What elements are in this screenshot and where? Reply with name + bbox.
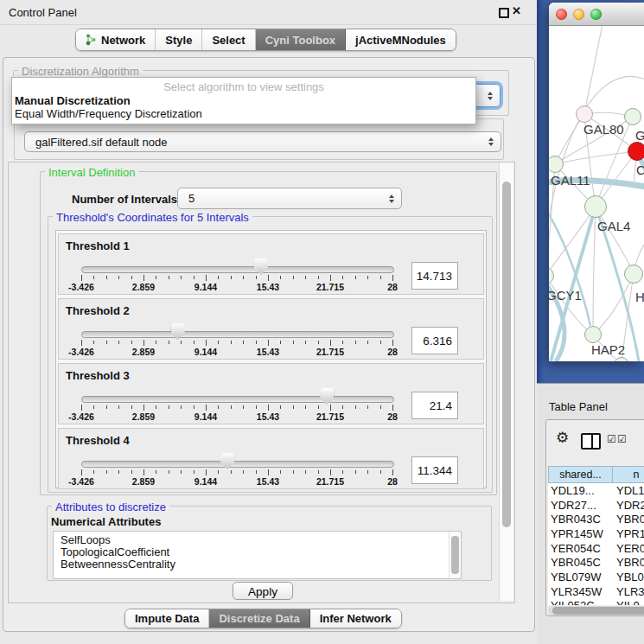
dropdown-item-manual-discretization[interactable]: Manual Discretization — [12, 94, 475, 107]
table-header-row: shared...n — [548, 466, 644, 483]
threshold-block-4: Threshold 4-3.4262.8599.14415.4321.71528… — [58, 428, 484, 489]
table-row[interactable]: YIL052CYIL0 — [548, 599, 644, 606]
group-title: Interval Definition — [45, 166, 138, 179]
axis-tick-label: 28 — [387, 411, 398, 422]
threshold-slider-track[interactable] — [81, 266, 394, 273]
table-horizontal-scrollbar[interactable] — [548, 606, 644, 615]
axis-tick-label: 28 — [387, 347, 398, 357]
combobox-value: galFiltered.sif default node — [35, 136, 167, 149]
float-window-icon[interactable] — [499, 8, 509, 18]
network-node-gal80[interactable] — [576, 105, 593, 123]
scrollbar-thumb[interactable] — [451, 536, 459, 574]
table-cell: YER054C — [548, 542, 613, 555]
threshold-block-1: Threshold 1-3.4262.8599.14415.4321.71528… — [58, 233, 484, 295]
group-title: Discretization Algorithm — [18, 65, 143, 78]
threshold-slider-track[interactable] — [81, 331, 394, 338]
network-canvas[interactable]: GAL80GACGAL11GAL4GCY1HHAP2 — [549, 26, 644, 361]
axis-tick-label: 9.144 — [194, 411, 217, 422]
table-cell: YIL052C — [548, 599, 613, 605]
threshold-slider-track[interactable] — [81, 396, 394, 403]
interval-definition-group: Interval Definition Number of Intervals … — [40, 171, 497, 495]
node-label: GCY1 — [549, 288, 582, 303]
table-cell: YBR0 — [613, 513, 644, 526]
network-node-gal4[interactable] — [584, 195, 607, 218]
table-cell: YBR043C — [548, 513, 613, 526]
table-cell: YBR045C — [548, 556, 613, 569]
threshold-slider-track[interactable] — [81, 461, 394, 468]
axis-tick-label: 28 — [387, 476, 398, 487]
table-panel: Table Panel ⚙ ☑ ☑ shared...n YDL19...YDL… — [537, 383, 644, 644]
table-data-combobox[interactable]: galFiltered.sif default node — [24, 131, 501, 152]
axis-tick-label: 28 — [387, 282, 398, 292]
tab-cyni-toolbox[interactable]: Cyni Toolbox — [256, 29, 346, 50]
slider-ticks — [81, 340, 392, 347]
network-node-ga[interactable] — [624, 108, 641, 125]
threshold-label: Threshold 4 — [66, 434, 130, 447]
tab-network[interactable]: Network — [76, 29, 156, 50]
checkbox-icon[interactable]: ☑ — [617, 434, 627, 444]
apply-button[interactable]: Apply — [233, 582, 293, 600]
network-node-h[interactable] — [624, 265, 643, 284]
attribute-list-item-selfloops[interactable]: SelfLoops — [54, 534, 461, 546]
axis-tick-label: -3.426 — [68, 476, 94, 487]
tab-style[interactable]: Style — [156, 29, 202, 50]
node-label: H — [635, 290, 644, 304]
table-row[interactable]: YLR345WYLR3 — [548, 584, 644, 599]
axis-tick-label: 21.715 — [316, 411, 344, 422]
table-row[interactable]: YDR27...YDR2 — [548, 498, 644, 513]
table-panel-title: Table Panel — [549, 400, 608, 413]
tab-infer-network[interactable]: Infer Network — [310, 609, 401, 628]
threshold-block-3: Threshold 3-3.4262.8599.14415.4321.71528… — [58, 363, 484, 424]
tab-label: Network — [101, 34, 145, 47]
tab-jactivemnodules[interactable]: jActiveMNodules — [346, 29, 456, 50]
gear-icon[interactable]: ⚙ — [556, 430, 569, 445]
axis-tick-label: 15.43 — [257, 411, 279, 422]
threshold-value-field[interactable]: 14.713 — [411, 262, 458, 290]
table-row[interactable]: YBL079WYBL0 — [548, 570, 644, 584]
tab-impute-data[interactable]: Impute Data — [125, 609, 209, 628]
tab-label: Impute Data — [135, 612, 199, 625]
minimize-icon[interactable] — [573, 9, 584, 20]
table-row[interactable]: YPR145WYPR1 — [548, 526, 644, 541]
scrollbar-thumb[interactable] — [502, 182, 511, 527]
settings-scroll-area: Interval Definition Number of Intervals … — [8, 162, 515, 603]
tab-select[interactable]: Select — [202, 29, 255, 50]
settings-scrollbar[interactable] — [499, 163, 513, 601]
table-row[interactable]: YDL19...YDL1 — [548, 483, 644, 498]
axis-tick-label: 15.43 — [257, 282, 279, 292]
table-cell: YIL0 — [613, 599, 640, 605]
numerical-attributes-list[interactable]: SelfLoopsTopologicalCoefficientBetweenne… — [53, 531, 462, 579]
column-header-2[interactable]: n — [613, 466, 644, 483]
checkbox-icon[interactable]: ☑ — [607, 434, 616, 444]
node-label: GA — [635, 128, 644, 143]
close-icon[interactable] — [556, 9, 567, 20]
split-view-icon[interactable] — [581, 433, 601, 450]
table-cell: YDL1 — [613, 484, 644, 497]
scrollbar-thumb[interactable] — [552, 607, 644, 615]
node-label: C — [636, 163, 644, 177]
threshold-value-field[interactable]: 21.4 — [411, 392, 458, 419]
tab-discretize-data[interactable]: Discretize Data — [209, 609, 309, 628]
list-scrollbar[interactable] — [449, 532, 461, 578]
table-row[interactable]: YBR045CYBR0 — [548, 555, 644, 570]
network-node-hap2[interactable] — [584, 326, 602, 343]
node-label: GAL11 — [551, 173, 590, 188]
table-cell: YBR0 — [613, 556, 644, 569]
table-row[interactable]: YER054CYER0 — [548, 541, 644, 556]
dropdown-placeholder-item[interactable]: Select algorithm to view settings — [12, 80, 475, 94]
column-header-1[interactable]: shared... — [548, 466, 613, 483]
threshold-value-field[interactable]: 6.316 — [411, 327, 458, 354]
dropdown-item-equal-width-frequency[interactable]: Equal Width/Frequency Discretization — [12, 107, 475, 120]
tab-label: Discretize Data — [219, 612, 299, 625]
attribute-list-item-topologicalcoefficient[interactable]: TopologicalCoefficient — [54, 546, 461, 558]
zoom-icon[interactable] — [590, 9, 602, 20]
table-row[interactable]: YBR043CYBR0 — [548, 512, 644, 526]
number-of-intervals-spinner[interactable]: 5 — [177, 188, 402, 209]
threshold-value-field[interactable]: 11.344 — [411, 456, 458, 484]
attribute-list-item-betweennesscentrality[interactable]: BetweennessCentrality — [54, 558, 461, 571]
network-node-c[interactable] — [628, 142, 644, 161]
right-dock: GAL80GACGAL11GAL4GCY1HHAP2 Table Panel ⚙… — [537, 0, 644, 644]
close-icon[interactable]: ✕ — [512, 4, 521, 17]
group-title: Attributes to discretize — [52, 501, 169, 513]
slider-ticks — [81, 469, 392, 476]
